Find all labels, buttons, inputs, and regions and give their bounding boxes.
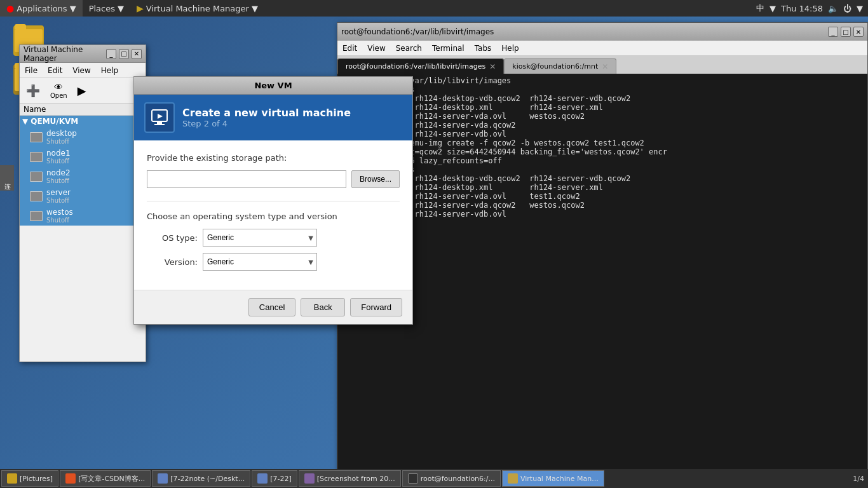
vmm-menu-help[interactable]: Help — [96, 63, 123, 78]
language-indicator[interactable]: 中 — [756, 3, 764, 14]
taskbar-icon-screenshot — [304, 473, 315, 484]
taskbar-icon-csdn — [65, 473, 76, 484]
svg-marker-3 — [158, 114, 163, 119]
close-button[interactable]: ✕ — [132, 49, 142, 59]
terminal-tab-1[interactable]: root@foundation6:/var/lib/libvirt/images… — [337, 58, 504, 74]
applications-menu[interactable]: ● Applications ▼ — [0, 0, 83, 17]
vmm-new-button[interactable]: ➕ — [22, 83, 44, 98]
maximize-button[interactable]: □ — [119, 49, 129, 59]
terminal-tab-2[interactable]: kiosk@foundation6:/mnt ✕ — [504, 58, 616, 74]
taskbar-item-722[interactable]: [7-22] — [252, 470, 297, 487]
storage-path-input[interactable] — [147, 170, 346, 188]
terminal-tab-2-close[interactable]: ✕ — [602, 62, 608, 71]
terminal-close[interactable]: ✕ — [853, 27, 864, 37]
terminal-menu-tabs[interactable]: Tabs — [470, 41, 497, 56]
storage-path-label: Provide the existing storage path: — [147, 153, 400, 163]
terminal-menu-terminal[interactable]: Terminal — [427, 41, 470, 56]
newvm-footer: Cancel Back Forward — [134, 290, 412, 324]
newvm-body: Provide the existing storage path: Brows… — [134, 140, 412, 290]
taskbar-icon-note — [158, 473, 168, 484]
vmm-titlebar-buttons: _ □ ✕ — [106, 49, 142, 59]
vm-item-node1[interactable]: node1 Shutoff — [20, 147, 146, 166]
places-menu[interactable]: Places ▼ — [83, 0, 130, 17]
vm-icon-server — [30, 191, 43, 201]
terminal-window: root@foundation6:/var/lib/libvirt/images… — [337, 22, 868, 488]
top-panel: ● Applications ▼ Places ▼ ▶ Virtual Mach… — [0, 0, 868, 17]
vmm-toolbar: ➕ 👁 Open ▶ — [20, 78, 146, 104]
taskbar-icon-vmm — [508, 473, 518, 484]
newvm-dialog: New VM Create a new virtual machine Step… — [133, 76, 413, 325]
vmm-title: Virtual Machine Manager — [24, 45, 106, 63]
newvm-header-title: Create a new virtual machine — [182, 107, 351, 119]
svg-rect-1 — [157, 121, 162, 124]
terminal-titlebar: root@foundation6:/var/lib/libvirt/images… — [337, 23, 867, 41]
minimize-button[interactable]: _ — [106, 49, 116, 59]
os-type-select[interactable]: Generic Linux Windows — [203, 229, 317, 247]
taskbar-icon-722 — [257, 473, 268, 484]
vmm-menu-view[interactable]: View — [67, 63, 95, 78]
vmm-menu[interactable]: ▶ Virtual Machine Manager ▼ — [130, 0, 264, 17]
os-section-title: Choose an operating system type and vers… — [147, 212, 400, 221]
os-type-label: OS type: — [147, 233, 198, 243]
taskbar-item-csdn[interactable]: [写文章-CSDN博客... — [60, 470, 151, 487]
vm-item-westos[interactable]: westos Shutoff — [20, 206, 146, 226]
vmm-play-button[interactable]: ▶ — [74, 83, 90, 98]
os-type-row: OS type: Generic Linux Windows ▼ — [147, 229, 400, 247]
terminal-menu-search[interactable]: Search — [391, 41, 427, 56]
os-section: Choose an operating system type and vers… — [147, 201, 400, 271]
taskbar-item-vmm[interactable]: Virtual Machine Man... — [502, 470, 604, 487]
volume-icon[interactable]: 🔈 — [828, 4, 838, 13]
taskbar-item-note[interactable]: [7-22note (~/Deskt... — [152, 470, 250, 487]
newvm-header-subtitle: Step 2 of 4 — [182, 119, 351, 128]
terminal-minimize[interactable]: _ — [828, 27, 838, 37]
monitor-icon — [151, 109, 168, 126]
vm-icon-node1 — [30, 152, 43, 162]
vmm-group-header: ▼ QEMU/KVM — [20, 116, 146, 127]
cancel-button[interactable]: Cancel — [248, 298, 295, 316]
vm-icon-node2 — [30, 172, 43, 182]
version-row: Version: Generic ▼ — [147, 253, 400, 271]
taskbar-item-screenshot[interactable]: [Screenshot from 20... — [299, 470, 401, 487]
vmm-menubar: File Edit View Help — [20, 63, 146, 78]
taskbar-page: 1/4 — [853, 475, 867, 483]
svg-rect-2 — [154, 124, 165, 125]
terminal-menu-view[interactable]: View — [362, 41, 390, 56]
vmm-name-column: Name — [20, 104, 146, 116]
vm-item-server[interactable]: server Shutoff — [20, 186, 146, 206]
connection-indicator[interactable]: 连 — [0, 165, 14, 191]
browse-button[interactable]: Browse... — [351, 170, 400, 188]
terminal-tabs: root@foundation6:/var/lib/libvirt/images… — [337, 56, 867, 74]
vm-item-desktop[interactable]: desktop Shutoff — [20, 127, 146, 147]
storage-row: Browse... — [147, 170, 400, 188]
newvm-header: Create a new virtual machine Step 2 of 4 — [134, 95, 412, 140]
vmm-menu-edit[interactable]: Edit — [43, 63, 67, 78]
vm-item-node2[interactable]: node2 Shutoff — [20, 166, 146, 186]
newvm-dialog-title: New VM — [254, 81, 292, 90]
vmm-list: ▼ QEMU/KVM desktop Shutoff node1 Shutoff… — [20, 116, 146, 226]
terminal-menu-help[interactable]: Help — [496, 41, 524, 56]
taskbar-item-terminal[interactable]: root@foundation6:/... — [402, 470, 501, 487]
power-icon[interactable]: ⏻ — [843, 4, 851, 13]
vmm-titlebar: Virtual Machine Manager _ □ ✕ — [20, 45, 146, 63]
back-button[interactable]: Back — [301, 298, 345, 316]
vmm-window: Virtual Machine Manager _ □ ✕ File Edit … — [19, 44, 146, 362]
taskbar: [Pictures] [写文章-CSDN博客... [7-22note (~/D… — [0, 469, 868, 488]
clock: Thu 14:58 — [781, 4, 823, 13]
version-select[interactable]: Generic — [203, 253, 317, 271]
taskbar-item-pictures[interactable]: [Pictures] — [1, 470, 58, 487]
version-label: Version: — [147, 257, 198, 267]
vm-icon-desktop — [30, 132, 43, 142]
vmm-open-button[interactable]: 👁 Open — [46, 81, 71, 100]
vm-icon-westos — [30, 211, 43, 221]
terminal-menu-edit[interactable]: Edit — [337, 41, 362, 56]
terminal-body[interactable]: ion6 mnt]# cd /var/lib/libvirt/images io… — [337, 74, 867, 487]
terminal-tab-1-close[interactable]: ✕ — [489, 62, 496, 71]
forward-button[interactable]: Forward — [350, 298, 402, 316]
top-panel-left: ● Applications ▼ Places ▼ ▶ Virtual Mach… — [0, 0, 264, 17]
taskbar-icon-terminal — [408, 473, 418, 484]
vmm-menu-file[interactable]: File — [20, 63, 43, 78]
top-panel-right: 中 ▼ Thu 14:58 🔈 ⏻ ▼ — [756, 3, 868, 14]
terminal-maximize[interactable]: □ — [841, 27, 851, 37]
newvm-titlebar: New VM — [134, 77, 412, 95]
newvm-header-icon — [144, 102, 175, 133]
